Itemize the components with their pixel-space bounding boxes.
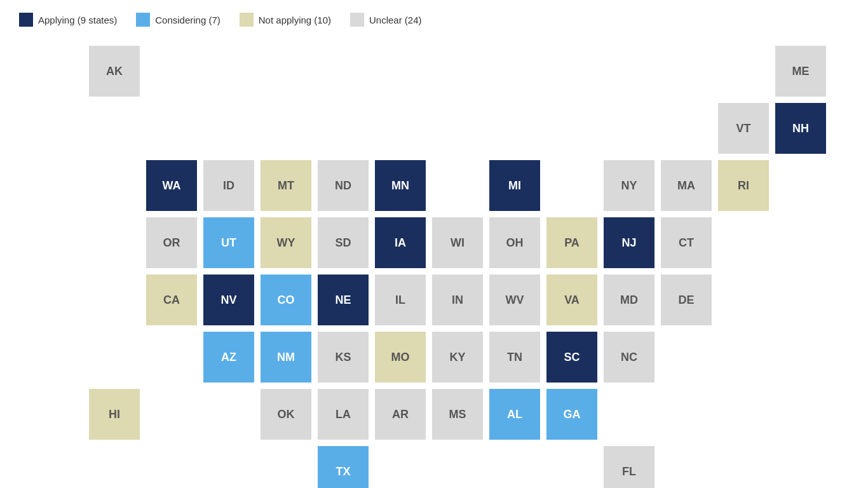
state-nv: NV: [203, 274, 254, 325]
legend-item: Not applying (10): [240, 13, 331, 27]
state-de: DE: [661, 274, 712, 325]
state-me: ME: [775, 46, 826, 97]
legend-item: Applying (9 states): [19, 13, 117, 27]
state-ut: UT: [203, 217, 254, 268]
state-ks: KS: [318, 332, 369, 383]
state-wy: WY: [261, 217, 311, 268]
state-ct: CT: [661, 217, 712, 268]
state-nm: NM: [261, 332, 311, 383]
legend-label: Unclear (24): [369, 15, 422, 25]
state-or: OR: [146, 217, 197, 268]
legend: Applying (9 states)Considering (7)Not ap…: [19, 13, 849, 27]
legend-swatch: [19, 13, 33, 27]
state-ia: IA: [375, 217, 426, 268]
state-co: CO: [261, 274, 311, 325]
state-ca: CA: [146, 274, 197, 325]
state-mi: MI: [489, 160, 540, 211]
state-in: IN: [432, 274, 483, 325]
state-pa: PA: [546, 217, 597, 268]
legend-label: Not applying (10): [259, 15, 331, 25]
legend-swatch: [136, 13, 150, 27]
state-wi: WI: [432, 217, 483, 268]
state-ar: AR: [375, 389, 426, 440]
map-container: Applying (9 states)Considering (7)Not ap…: [0, 0, 868, 488]
state-az: AZ: [203, 332, 254, 383]
legend-swatch: [350, 13, 364, 27]
state-ok: OK: [261, 389, 311, 440]
state-md: MD: [604, 274, 654, 325]
state-sc: SC: [546, 332, 597, 383]
state-ri: RI: [718, 160, 769, 211]
state-ak: AK: [89, 46, 140, 97]
legend-item: Considering (7): [136, 13, 220, 27]
legend-swatch: [240, 13, 254, 27]
legend-item: Unclear (24): [350, 13, 422, 27]
state-tn: TN: [489, 332, 540, 383]
state-nd: ND: [318, 160, 369, 211]
state-la: LA: [318, 389, 369, 440]
legend-label: Applying (9 states): [38, 15, 117, 25]
state-hi: HI: [89, 389, 140, 440]
state-id: ID: [203, 160, 254, 211]
state-mt: MT: [261, 160, 311, 211]
state-nc: NC: [604, 332, 654, 383]
legend-label: Considering (7): [155, 15, 220, 25]
state-ma: MA: [661, 160, 712, 211]
state-ky: KY: [432, 332, 483, 383]
state-il: IL: [375, 274, 426, 325]
state-nh: NH: [775, 103, 826, 154]
state-nj: NJ: [604, 217, 654, 268]
state-fl: FL: [604, 446, 654, 488]
state-oh: OH: [489, 217, 540, 268]
state-va: VA: [546, 274, 597, 325]
state-ga: GA: [546, 389, 597, 440]
state-tx: TX: [318, 446, 369, 488]
state-ny: NY: [604, 160, 654, 211]
state-wv: WV: [489, 274, 540, 325]
state-wa: WA: [146, 160, 197, 211]
state-ms: MS: [432, 389, 483, 440]
state-al: AL: [489, 389, 540, 440]
state-mo: MO: [375, 332, 426, 383]
state-ne: NE: [318, 274, 369, 325]
states-grid: AKMEVTNHWAIDMTNDMNMINYMARIORUTWYSDIAWIOH…: [19, 46, 849, 478]
state-mn: MN: [375, 160, 426, 211]
state-sd: SD: [318, 217, 369, 268]
state-vt: VT: [718, 103, 769, 154]
